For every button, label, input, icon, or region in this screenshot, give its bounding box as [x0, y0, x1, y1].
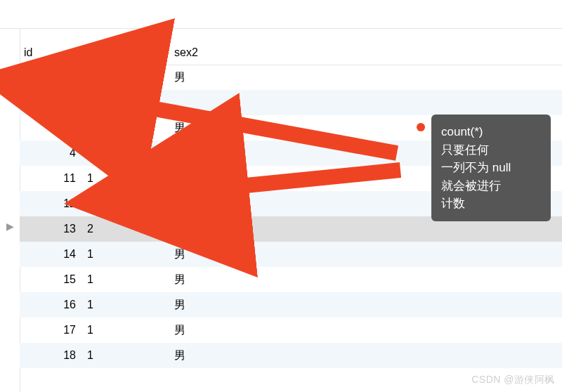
- cell-sex: 1: [84, 71, 174, 84]
- cell-sex2: 男: [174, 121, 259, 136]
- cell-sex: 1: [84, 324, 174, 337]
- table-header: id sex sex2: [20, 41, 562, 65]
- cell-id: 1: [20, 71, 84, 84]
- cell-id: 16: [20, 299, 84, 311]
- cell-sex2: 男: [174, 146, 259, 161]
- tooltip-line: 一列不为 null: [441, 159, 541, 177]
- cell-sex: 1: [84, 172, 174, 185]
- table-row[interactable]: 2: [20, 90, 562, 115]
- cell-sex: 1: [84, 273, 174, 286]
- watermark: CSDN @游侠阿枫: [471, 374, 555, 386]
- table-row[interactable]: 141男: [20, 242, 562, 267]
- cell-sex2: 男: [174, 171, 259, 186]
- tooltip-anchor-dot-icon: [417, 123, 425, 131]
- cell-id: 11: [20, 172, 84, 185]
- cell-id: 17: [20, 324, 84, 337]
- cell-id: 14: [20, 248, 84, 261]
- cell-id: 12: [20, 197, 84, 210]
- tooltip-line: count(*): [441, 123, 541, 141]
- cell-sex: 1: [84, 349, 174, 362]
- cell-sex2: 男: [174, 348, 259, 363]
- tooltip-line: 只要任何: [441, 141, 541, 159]
- cell-sex2: 男: [174, 247, 259, 262]
- cell-sex: 1: [84, 147, 174, 159]
- cell-sex: 1: [84, 197, 174, 210]
- cell-sex: 1: [84, 299, 174, 311]
- screenshot-root: ▶ id sex sex2 11男231男41男111男121男132女141男…: [0, 0, 562, 392]
- tooltip: count(*) 只要任何 一列不为 null 就会被进行 计数: [431, 115, 551, 221]
- cell-id: 13: [20, 223, 84, 235]
- top-rule: [0, 28, 562, 29]
- cell-sex: 2: [84, 223, 174, 235]
- cell-sex2: 男: [174, 197, 259, 211]
- cell-sex2: 男: [174, 323, 259, 338]
- cell-sex2: 男: [174, 70, 259, 85]
- cell-sex2: 女: [174, 222, 259, 237]
- cell-id: 4: [20, 147, 84, 159]
- table-row[interactable]: 11男: [20, 65, 562, 90]
- col-header-sex2[interactable]: sex2: [174, 46, 259, 59]
- cell-id: 18: [20, 349, 84, 362]
- cell-sex2: 男: [174, 273, 259, 287]
- table-row[interactable]: 161男: [20, 292, 562, 318]
- cell-sex: 1: [84, 248, 174, 261]
- col-header-id[interactable]: id: [20, 46, 84, 59]
- row-gutter: ▶: [0, 28, 20, 392]
- table-row[interactable]: 181男: [20, 343, 562, 368]
- cell-id: 2: [20, 96, 84, 109]
- table-row[interactable]: 151男: [20, 267, 562, 292]
- cell-id: 3: [20, 122, 84, 134]
- table-row[interactable]: 171男: [20, 318, 562, 343]
- cell-id: 15: [20, 273, 84, 286]
- cell-sex2: 男: [174, 298, 259, 313]
- col-header-sex[interactable]: sex: [84, 46, 174, 59]
- cell-sex: 1: [84, 122, 174, 134]
- current-row-marker-icon: ▶: [4, 221, 15, 232]
- tooltip-line: 计数: [441, 195, 541, 213]
- tooltip-line: 就会被进行: [441, 177, 541, 195]
